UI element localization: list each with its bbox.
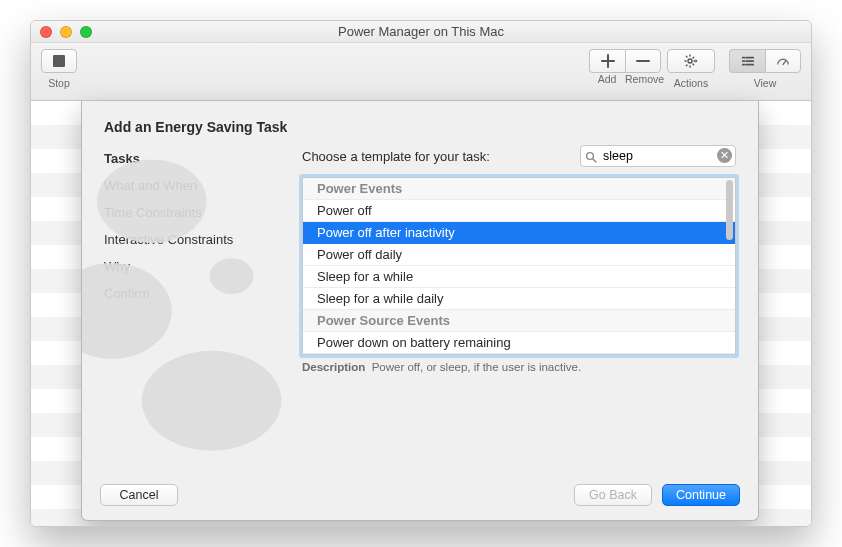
search-input[interactable] <box>580 145 736 167</box>
description-label: Description <box>302 361 365 373</box>
svg-point-5 <box>587 153 594 160</box>
minus-icon <box>636 54 650 68</box>
step-confirm[interactable]: Confirm <box>104 280 284 307</box>
app-window: Power Manager on This Mac Stop Add Remov… <box>30 20 812 527</box>
step-interactive-constraints[interactable]: Interactive Constraints <box>104 226 284 253</box>
continue-button[interactable]: Continue <box>662 484 740 506</box>
template-description: Description Power off, or sleep, if the … <box>302 361 736 373</box>
window-body: Add an Energy Saving Task Tasks What and… <box>31 101 811 526</box>
remove-button[interactable] <box>625 49 661 73</box>
listbox-scrollbar[interactable] <box>726 180 733 240</box>
choose-template-label: Choose a template for your task: <box>302 149 490 164</box>
wizard-steps: Tasks What and When Time Constraints Int… <box>104 145 284 445</box>
description-text: Power off, or sleep, if the user is inac… <box>372 361 581 373</box>
zoom-window-button[interactable] <box>80 26 92 38</box>
template-panel: Choose a template for your task: ✕ Power… <box>302 145 736 445</box>
cancel-button[interactable]: Cancel <box>100 484 178 506</box>
remove-button-label: Remove <box>625 73 661 85</box>
step-what-and-when[interactable]: What and When <box>104 172 284 199</box>
window-title: Power Manager on This Mac <box>31 24 811 39</box>
clear-search-button[interactable]: ✕ <box>717 148 732 163</box>
step-time-constraints[interactable]: Time Constraints <box>104 199 284 226</box>
go-back-button[interactable]: Go Back <box>574 484 652 506</box>
view-list-button[interactable] <box>729 49 765 73</box>
add-remove-group: Add Remove <box>589 49 661 85</box>
gear-icon <box>683 53 699 69</box>
template-search: ✕ <box>580 145 736 167</box>
list-item[interactable]: Power off after inactivity <box>303 222 735 244</box>
sheet-footer: Cancel Go Back Continue <box>82 470 758 520</box>
stop-group: Stop <box>41 49 77 89</box>
stop-button[interactable] <box>41 49 77 73</box>
list-header: Power Source Events <box>303 310 735 332</box>
add-task-sheet: Add an Energy Saving Task Tasks What and… <box>81 101 759 521</box>
gauge-icon <box>776 54 790 68</box>
list-item[interactable]: Power off daily <box>303 244 735 266</box>
sheet-title: Add an Energy Saving Task <box>82 101 758 145</box>
actions-button-label: Actions <box>674 77 708 89</box>
list-item[interactable]: Sleep for a while <box>303 266 735 288</box>
list-header: Power Events <box>303 178 735 200</box>
view-group: View <box>729 49 801 89</box>
actions-button[interactable] <box>667 49 715 73</box>
traffic-lights <box>31 26 92 38</box>
list-item[interactable]: Power off <box>303 200 735 222</box>
stop-icon <box>53 55 65 67</box>
plus-icon <box>601 54 615 68</box>
svg-point-0 <box>688 59 692 63</box>
step-why[interactable]: Why <box>104 253 284 280</box>
template-listbox[interactable]: Power Events Power off Power off after i… <box>302 177 736 355</box>
stop-button-label: Stop <box>48 77 70 89</box>
list-icon <box>741 54 755 68</box>
add-button-label: Add <box>589 73 625 85</box>
view-gauge-button[interactable] <box>765 49 801 73</box>
minimize-window-button[interactable] <box>60 26 72 38</box>
add-button[interactable] <box>589 49 625 73</box>
search-icon <box>585 149 597 167</box>
list-item[interactable]: Sleep for a while daily <box>303 288 735 310</box>
view-button-label: View <box>729 77 801 89</box>
step-tasks[interactable]: Tasks <box>104 145 284 172</box>
toolbar: Stop Add Remove <box>31 43 811 101</box>
titlebar: Power Manager on This Mac <box>31 21 811 43</box>
list-item[interactable]: Power down on battery remaining <box>303 332 735 354</box>
close-window-button[interactable] <box>40 26 52 38</box>
actions-group: Actions <box>667 49 715 89</box>
